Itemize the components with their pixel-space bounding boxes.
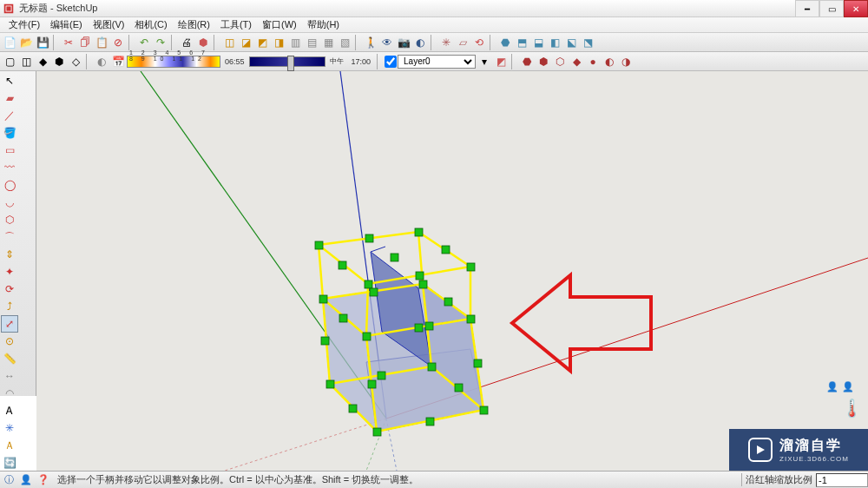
lock-icon[interactable]: ▧ <box>337 35 352 50</box>
tape-tool-icon[interactable]: 📏 <box>1 350 18 367</box>
save-icon[interactable]: 💾 <box>35 35 50 50</box>
paint-tool-icon[interactable]: 🪣 <box>1 124 18 142</box>
top-icon[interactable]: ⬒ <box>514 35 529 50</box>
unhide-icon[interactable]: ▦ <box>320 35 336 50</box>
model-icon[interactable]: ⬢ <box>195 35 211 50</box>
scale-bounding-box[interactable] <box>315 228 488 436</box>
menu-window[interactable]: 窗口(W) <box>257 17 302 32</box>
svg-rect-23 <box>419 280 427 288</box>
measure-input[interactable] <box>816 473 868 487</box>
group-create-icon[interactable]: ◫ <box>221 35 237 50</box>
svg-rect-40 <box>368 380 376 388</box>
menu-tools[interactable]: 工具(T) <box>215 17 257 32</box>
polygon-tool-icon[interactable]: ⬡ <box>1 211 18 228</box>
cut-icon[interactable]: ✂ <box>61 35 76 50</box>
calendar-icon[interactable]: 📅 <box>110 54 126 69</box>
axes-icon[interactable]: ✳ <box>438 35 454 50</box>
time-start-label: 06:55 <box>225 57 245 66</box>
xray-icon[interactable]: ▱ <box>455 35 470 50</box>
plugin6-icon[interactable]: ◐ <box>602 54 617 69</box>
front-icon[interactable]: ⬓ <box>530 35 546 50</box>
time-slider[interactable] <box>249 56 326 67</box>
arc2-tool-icon[interactable]: ⌒ <box>1 228 18 246</box>
move-tool-icon[interactable]: ✦ <box>1 263 18 280</box>
maximize-button[interactable]: ▭ <box>819 0 844 17</box>
position-icon[interactable]: 📷 <box>396 35 411 50</box>
viewport-canvas <box>36 71 868 471</box>
offset-tool-icon[interactable]: ⊙ <box>1 333 18 350</box>
viewport[interactable]: 👤👤 🌡️ <box>36 71 868 471</box>
new-icon[interactable]: 📄 <box>2 35 17 50</box>
look-icon[interactable]: 👁 <box>379 35 395 50</box>
close-button[interactable]: ✕ <box>844 0 868 17</box>
svg-rect-26 <box>415 324 423 332</box>
redo-icon[interactable]: ↷ <box>153 35 168 50</box>
date-slider[interactable]: 1 2 3 4 5 6 7 8 9 10 11 12 <box>127 56 220 68</box>
explode-icon[interactable]: ◨ <box>271 35 286 50</box>
plugin5-icon[interactable]: ● <box>585 54 601 69</box>
paste-icon[interactable]: 📋 <box>94 35 109 50</box>
plugin1-icon[interactable]: ⬣ <box>519 54 535 69</box>
minimize-button[interactable]: ━ <box>795 0 819 17</box>
menu-camera[interactable]: 相机(C) <box>129 17 172 32</box>
shaded-icon[interactable]: ◆ <box>35 54 50 69</box>
component-icon[interactable]: ◩ <box>254 35 270 50</box>
plugin3-icon[interactable]: ⬡ <box>552 54 568 69</box>
shadow-icon[interactable]: ◐ <box>94 54 109 69</box>
hide-icon[interactable]: ▤ <box>304 35 319 50</box>
left-icon[interactable]: ⬔ <box>580 35 595 50</box>
geo-icon[interactable]: 👤 <box>18 472 34 488</box>
plugin4-icon[interactable]: ◆ <box>569 54 584 69</box>
select-tool-icon[interactable]: ↖ <box>1 72 18 89</box>
text-tool-icon[interactable]: Ꭺ <box>1 402 18 419</box>
delete-icon[interactable]: ⊘ <box>110 35 126 50</box>
shaded-textures-icon[interactable]: ⬢ <box>51 54 67 69</box>
dimension-tool-icon[interactable]: ↔ <box>1 367 18 385</box>
credits-icon[interactable]: ❓ <box>36 472 51 488</box>
separator <box>377 54 382 69</box>
back-icon[interactable]: ⬕ <box>563 35 579 50</box>
plugin7-icon[interactable]: ◑ <box>618 54 634 69</box>
menu-help[interactable]: 帮助(H) <box>302 17 345 32</box>
rotate-icon[interactable]: ⟲ <box>471 35 487 50</box>
layer-visible-checkbox[interactable] <box>385 56 397 68</box>
scale-tool-icon[interactable]: ⤢ <box>1 315 18 333</box>
menu-edit[interactable]: 编辑(E) <box>45 17 88 32</box>
walk-icon[interactable]: 🚶 <box>363 35 378 50</box>
axes-tool-icon[interactable]: ✳ <box>1 419 18 437</box>
freehand-tool-icon[interactable]: 〰 <box>1 159 18 176</box>
right-icon[interactable]: ◧ <box>547 35 562 50</box>
hidden-line-icon[interactable]: ◫ <box>18 54 34 69</box>
circle-tool-icon[interactable]: ◯ <box>1 176 18 194</box>
copy-icon[interactable]: 🗍 <box>77 35 93 50</box>
svg-line-3 <box>371 247 385 252</box>
eraser-tool-icon[interactable]: ▰ <box>1 89 18 107</box>
rotate-tool-icon[interactable]: ⟳ <box>1 280 18 298</box>
group-edit-icon[interactable]: ◪ <box>238 35 253 50</box>
orbit-tool-icon[interactable]: 🔄 <box>1 454 18 472</box>
section-icon[interactable]: ◐ <box>412 35 428 50</box>
outliner-icon[interactable]: ▥ <box>287 35 303 50</box>
open-icon[interactable]: 📂 <box>18 35 34 50</box>
pushpull-tool-icon[interactable]: ⇕ <box>1 246 18 263</box>
undo-icon[interactable]: ↶ <box>136 35 152 50</box>
mono-icon[interactable]: ◇ <box>68 54 83 69</box>
separator <box>431 35 436 50</box>
arc-tool-icon[interactable]: ◡ <box>1 194 18 211</box>
line-tool-icon[interactable]: ／ <box>1 107 18 124</box>
help-icon[interactable]: ⓘ <box>1 472 16 488</box>
followme-tool-icon[interactable]: ⤴ <box>1 298 18 315</box>
menu-view[interactable]: 视图(V) <box>88 17 130 32</box>
iso-icon[interactable]: ⬣ <box>497 35 513 50</box>
layer-manager-icon[interactable]: ◩ <box>493 54 509 69</box>
protractor-tool-icon[interactable]: ◠ <box>1 385 18 402</box>
wireframe-icon[interactable]: ▢ <box>2 54 17 69</box>
3dtext-tool-icon[interactable]: Ａ <box>1 437 18 454</box>
layer-options-icon[interactable]: ▾ <box>477 54 492 69</box>
print-icon[interactable]: 🖨 <box>179 35 194 50</box>
plugin2-icon[interactable]: ⬢ <box>536 54 551 69</box>
menu-file[interactable]: 文件(F) <box>3 17 45 32</box>
menu-draw[interactable]: 绘图(R) <box>173 17 215 32</box>
layer-dropdown[interactable]: Layer0 <box>398 55 476 69</box>
rectangle-tool-icon[interactable]: ▭ <box>1 142 18 159</box>
